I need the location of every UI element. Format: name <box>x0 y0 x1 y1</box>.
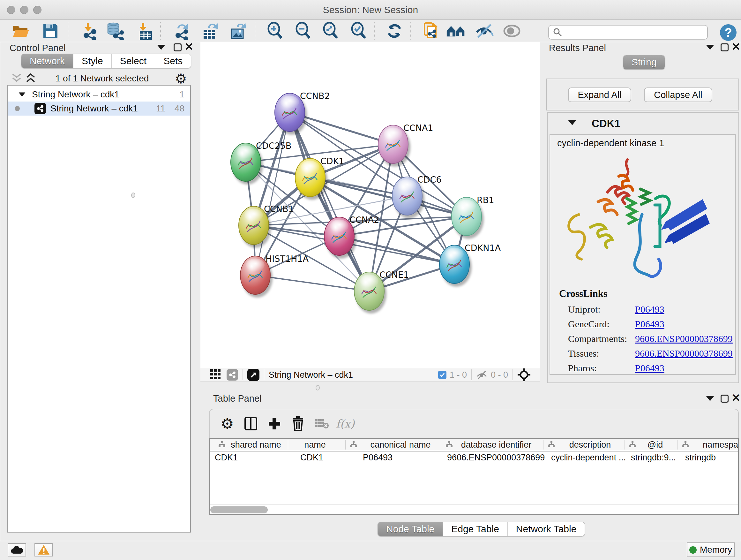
grid-view-button[interactable] <box>210 369 221 381</box>
splitter-handle[interactable] <box>316 385 320 390</box>
crosslink-label: Tissues: <box>568 348 635 359</box>
tab-network-table[interactable]: Network Table <box>508 522 585 536</box>
function-builder-button[interactable]: f(x) <box>333 414 357 434</box>
zoom-out-button[interactable] <box>293 22 313 40</box>
import-network-file-button[interactable] <box>79 22 98 40</box>
import-table-file-button[interactable] <box>135 22 154 40</box>
table-cell[interactable]: P06493 <box>363 453 393 462</box>
network-canvas[interactable]: CCNB2CCNA1CDC25BCDK1CDC6RB1CCNB1CCNA2CDK… <box>200 42 540 368</box>
horizontal-scrollbar-thumb[interactable] <box>210 506 268 513</box>
collapse-all-button[interactable]: Collapse All <box>644 87 712 102</box>
table-panel-close-button[interactable]: ✕ <box>731 394 741 402</box>
column-header-canonical-name[interactable]: canonical name <box>370 440 430 450</box>
add-column-button[interactable] <box>263 414 286 434</box>
expand-all-button[interactable]: Expand All <box>568 87 631 102</box>
splitter-handle[interactable] <box>131 192 135 198</box>
open-in-window-button[interactable] <box>247 369 259 381</box>
column-header-database-identifier[interactable]: database identifier <box>461 440 532 450</box>
save-floppy-icon <box>42 23 59 39</box>
import-network-database-button[interactable] <box>105 22 125 40</box>
table-row[interactable]: CDK1CDK1P064939606.ENSP00000378699cyclin… <box>210 453 738 465</box>
control-panel-float-button[interactable] <box>174 44 182 51</box>
tab-string[interactable]: String <box>623 55 665 69</box>
save-session-button[interactable] <box>41 22 60 40</box>
warnings-button[interactable] <box>35 543 53 557</box>
status-bar: Memory <box>0 541 741 560</box>
tree-column-icon <box>629 441 636 449</box>
crosslink-link[interactable]: 9606.ENSP00000378699 <box>635 333 733 344</box>
crosslink-link[interactable]: P06493 <box>635 319 664 329</box>
tab-sets[interactable]: Sets <box>155 54 191 68</box>
export-image-button[interactable] <box>228 22 248 40</box>
toolbar-search[interactable] <box>548 25 708 40</box>
tab-network[interactable]: Network <box>21 54 73 68</box>
column-header-name[interactable]: name <box>304 440 326 450</box>
show-columns-button[interactable] <box>239 414 263 434</box>
tab-node-table[interactable]: Node Table <box>378 522 443 536</box>
column-header-shared-name[interactable]: shared name <box>231 440 281 450</box>
table-cell[interactable]: stringdb <box>685 453 716 462</box>
results-panel-collapse-icon[interactable] <box>706 45 714 50</box>
zoom-fit-button[interactable] <box>321 22 340 40</box>
gene-section-caret-icon[interactable] <box>568 120 576 125</box>
network-options-gear-icon[interactable]: ⚙ <box>175 71 187 86</box>
network-share-button[interactable] <box>226 369 238 381</box>
database-import-icon <box>105 22 125 40</box>
cloud-status-button[interactable] <box>8 543 26 557</box>
table-panel-collapse-icon[interactable] <box>706 396 714 401</box>
tab-select[interactable]: Select <box>112 54 155 68</box>
column-divider[interactable] <box>624 440 625 449</box>
table-settings-gear-icon[interactable]: ⚙ <box>215 414 239 434</box>
hidden-eye-slash-icon[interactable] <box>476 370 488 380</box>
export-network-button[interactable] <box>172 22 192 40</box>
toolbar-separator <box>255 22 255 40</box>
zoom-in-button[interactable] <box>266 22 285 40</box>
column-header-@id[interactable]: @id <box>648 440 663 450</box>
network-collection-row[interactable]: String Network – cdk1 1 <box>8 87 190 102</box>
fit-content-crosshair-icon[interactable] <box>517 368 531 381</box>
expand-all-networks-button[interactable] <box>25 73 37 85</box>
table-cell[interactable]: stringdb:9... <box>631 453 676 462</box>
delete-column-button[interactable] <box>286 414 310 434</box>
network-edge-CCNB2-HIST1H1A[interactable] <box>255 112 290 275</box>
table-cell[interactable]: 9606.ENSP00000378699 <box>447 453 545 462</box>
table-panel-float-button[interactable] <box>721 395 729 402</box>
column-header-namespace[interactable]: namespace <box>703 440 739 450</box>
table-cell[interactable]: cyclin-dependent ... <box>551 453 626 462</box>
zoom-selected-button[interactable] <box>349 22 368 40</box>
crosslink-row: Compartments:9606.ENSP00000378699 <box>568 331 734 346</box>
refresh-button[interactable] <box>385 22 404 40</box>
control-panel-collapse-icon[interactable] <box>157 45 165 50</box>
tab-style[interactable]: Style <box>73 54 112 68</box>
column-divider[interactable] <box>543 440 543 449</box>
column-divider[interactable] <box>677 440 677 449</box>
show-all-button[interactable] <box>502 22 522 40</box>
tab-edge-table[interactable]: Edge Table <box>443 522 508 536</box>
results-panel-float-button[interactable] <box>721 44 729 51</box>
delete-table-button[interactable] <box>310 414 333 434</box>
home-view-button[interactable] <box>446 22 465 40</box>
crosslink-row: Tissues:9606.ENSP00000378699 <box>568 346 734 361</box>
table-cell[interactable]: CDK1 <box>215 453 238 462</box>
network-edge-CCNB2-CCNE1[interactable] <box>290 112 369 291</box>
collapse-all-networks-button[interactable] <box>11 73 22 85</box>
column-divider[interactable] <box>288 440 288 449</box>
crosslink-link[interactable]: P06493 <box>635 363 664 374</box>
table-cell[interactable]: CDK1 <box>300 453 323 462</box>
results-panel-close-button[interactable]: ✕ <box>731 43 741 51</box>
open-session-button[interactable] <box>11 22 30 40</box>
column-header-description[interactable]: description <box>569 440 611 450</box>
search-input[interactable] <box>562 27 699 38</box>
hide-selected-button[interactable] <box>475 22 494 40</box>
crosslink-link[interactable]: 9606.ENSP00000378699 <box>635 348 733 359</box>
memory-button[interactable]: Memory <box>687 543 735 557</box>
clone-network-button[interactable] <box>421 22 440 40</box>
crosslink-link[interactable]: P06493 <box>635 304 664 315</box>
export-table-button[interactable] <box>200 22 219 40</box>
network-row-selected[interactable]: String Network – cdk1 11 48 <box>8 102 190 116</box>
control-panel-close-button[interactable]: ✕ <box>185 43 194 51</box>
selected-checkbox-icon[interactable] <box>438 371 447 379</box>
tree-caret-icon[interactable] <box>19 92 25 97</box>
help-button[interactable]: ? <box>720 24 737 41</box>
column-divider[interactable] <box>345 440 346 449</box>
